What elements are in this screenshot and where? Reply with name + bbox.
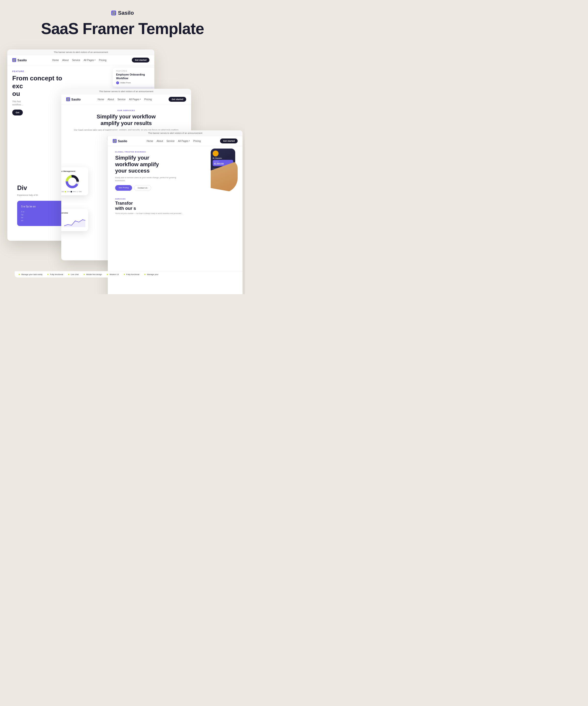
ticker-text-7: Manage your [147, 273, 159, 276]
nav-cta-2[interactable]: Get started [169, 97, 186, 102]
legend-dot-3 [71, 191, 72, 192]
ticker-item-1: Manage your task easily [18, 273, 42, 276]
feature-heading-line1: From concept to [12, 75, 62, 82]
nav-service-3[interactable]: Service [166, 140, 174, 143]
nav-1: Sasilo Home About Service All Pages ▾ Pr… [7, 55, 154, 65]
ticker-dot-3 [68, 274, 69, 275]
ticker-dot-1 [18, 274, 20, 275]
chevron-allpages-2: ▾ [140, 98, 141, 100]
nav-home-3[interactable]: Home [146, 140, 153, 143]
mgmt-title: Our Management [61, 170, 85, 172]
card-tag: FEATURES [116, 70, 153, 72]
legend-item-1: 333 [61, 191, 64, 192]
nav-brand-text-2: Sasilo [71, 97, 81, 101]
services-tag: OUR SERVICES [71, 109, 181, 112]
nav-logo-icon-3 [113, 139, 117, 143]
services-bottom-tag: SERVICES [115, 198, 235, 200]
overview-card: Overview 10k 8k 6k 4k 2k [61, 209, 88, 231]
feature-heading-line2: exc [12, 82, 23, 90]
announcement-bar-3: This banner serves to alert visitors of … [108, 130, 243, 136]
ticker-bar: Manage your task easily Fully functional… [15, 271, 243, 277]
line-chart-svg: 10k 8k 6k 4k 2k [61, 216, 85, 228]
overview-title: Overview [61, 212, 85, 214]
nav-service-1[interactable]: Service [72, 59, 80, 62]
legend-label-1: 333 [61, 191, 64, 192]
nav-2: Sasilo Home About Service All Pages ▾ Pr… [61, 94, 191, 105]
ticker-text-1: Manage your task easily [21, 273, 42, 276]
hero-right: Mr. Alejandro PayCard $2,503.50 Recent A… [191, 151, 235, 191]
announcement-bar-1: This banner serves to alert visitors of … [7, 49, 154, 55]
ticker-dot-6 [124, 274, 125, 275]
phone-name: Mr. Alejandro [213, 157, 233, 159]
hero-subtext: Easily add or remove users as your needs… [115, 176, 186, 182]
nav-about-2[interactable]: About [108, 98, 114, 101]
ticker-item-6: Fully functional [124, 273, 139, 276]
brand-logo-icon [111, 10, 116, 15]
ticker-text-2: Fully functional [50, 273, 63, 276]
ticker-item-4: Mobile first design [84, 273, 102, 276]
window-3: This banner serves to alert visitors of … [108, 130, 243, 294]
check-icon: ✓ [116, 81, 119, 84]
nav-cta-1[interactable]: Get started [132, 57, 150, 63]
nav-cta-3[interactable]: Get started [220, 139, 238, 144]
hero-left: GLOBAL TRUSTED BUSINESS Simplify your wo… [115, 151, 186, 191]
nav-logo-icon-2 [66, 97, 70, 101]
ticker-dot-2 [47, 274, 48, 275]
services-bottom-title: Transfor with our s [115, 201, 235, 211]
nav-allpages-3[interactable]: All Pages ▾ [178, 140, 190, 143]
nav-home-1[interactable]: Home [52, 59, 59, 62]
nav-pricing-3[interactable]: Pricing [193, 140, 201, 143]
nav-logo-icon-1 [12, 58, 16, 62]
nav-pricing-1[interactable]: Pricing [99, 59, 107, 62]
line-chart: 10k 8k 6k 4k 2k [61, 216, 85, 228]
hero-line1: Simplify your [115, 155, 149, 161]
brand-logo: Sasilo [0, 10, 245, 16]
chevron-allpages-1: ▾ [94, 59, 95, 61]
services-bottom-subtext: You're not just a number — our team is a… [115, 212, 235, 215]
legend-label-3: 44% [73, 191, 76, 192]
ticker-item-2: Fully functional [47, 273, 63, 276]
page-title: SaaS Framer Template [0, 20, 245, 37]
nav-links-1: Home About Service All Pages ▾ Pricing [52, 59, 106, 62]
windows-container: This banner serves to alert visitors of … [7, 45, 238, 265]
donut-chart-svg [65, 174, 80, 189]
nav-logo-2: Sasilo [66, 97, 81, 101]
ticker-dot-7 [144, 274, 145, 275]
nav-allpages-1[interactable]: All Pages ▾ [84, 59, 95, 62]
hero-line2: workflow amplify [115, 161, 159, 167]
feature-cta-btn[interactable]: Get [12, 110, 23, 115]
services-heading-line1: Simplify your workflow [97, 114, 156, 120]
management-card: Our Management 333 23% [61, 167, 88, 195]
hero-btns: See Pricing Contact Us [115, 185, 186, 191]
services-bottom-line1: Transfor [115, 201, 133, 206]
services-heading: Simplify your workflow amplify your resu… [71, 114, 181, 126]
services-bottom-line2: with our s [115, 206, 136, 211]
ticker-dot-4 [84, 274, 85, 275]
services-heading-line2: amplify your results [100, 120, 152, 126]
hero-contact-btn[interactable]: Contact Us [134, 185, 151, 191]
ticker-text-6: Fully functional [126, 273, 139, 276]
nav-about-3[interactable]: About [157, 140, 163, 143]
legend-dot-4 [77, 191, 78, 192]
nav-brand-text-1: Sasilo [17, 58, 27, 62]
card-title: Employee Onboarding Workflow [116, 73, 153, 80]
services-bottom: SERVICES Transfor with our s You're not … [108, 196, 243, 218]
nav-service-2[interactable]: Service [117, 98, 125, 101]
nav-allpages-2[interactable]: All Pages ▾ [129, 98, 141, 101]
card-item: ✓ Intake From [116, 81, 153, 84]
ticker-text-3: Live chat [71, 273, 79, 276]
hero-tag: GLOBAL TRUSTED BUSINESS [115, 151, 186, 153]
page-header: Sasilo SaaS Framer Template [0, 0, 245, 45]
nav-pricing-2[interactable]: Pricing [144, 98, 152, 101]
hero-heading: Simplify your workflow amplify your succ… [115, 155, 186, 174]
svg-text:10k: 10k [61, 217, 61, 218]
nav-about-1[interactable]: About [62, 59, 69, 62]
hero-section: GLOBAL TRUSTED BUSINESS Simplify your wo… [108, 146, 243, 195]
ticker-item-3: Live chat [68, 273, 79, 276]
header-brand-name: Sasilo [118, 10, 134, 16]
nav-home-2[interactable]: Home [97, 98, 104, 101]
hero-see-pricing-btn[interactable]: See Pricing [115, 185, 132, 191]
nav-brand-text-3: Sasilo [118, 139, 127, 143]
legend-item-3: 44% [71, 191, 76, 192]
ticker-item-5: Modern UI [107, 273, 119, 276]
